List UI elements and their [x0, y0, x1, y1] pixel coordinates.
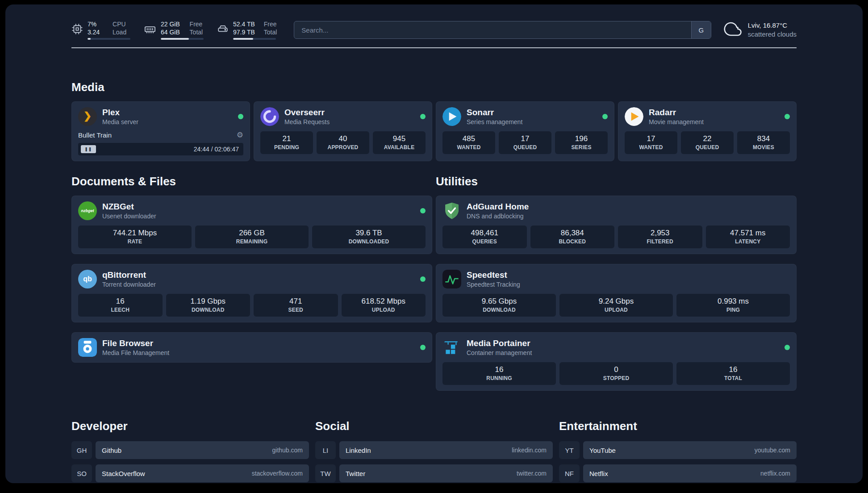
playback-time: 24:44 / 02:06:47	[194, 146, 239, 153]
memory-progress-track	[161, 38, 204, 40]
stat-ping: 0.993 ms PING	[676, 294, 790, 317]
service-card-nzbget[interactable]: nzbget NZBGet Usenet downloader 744.21 M…	[71, 196, 432, 254]
service-title: Radarr	[649, 108, 704, 117]
bookmark-name: Github	[102, 447, 121, 454]
section-heading-entertainment: Entertainment	[559, 419, 797, 433]
gear-icon[interactable]: ⚙	[237, 130, 243, 140]
bookmark-abbr: LI	[315, 441, 336, 459]
service-card-adguard[interactable]: AdGuard Home DNS and adblocking 498,461 …	[436, 196, 797, 254]
bookmark-url: youtube.com	[755, 447, 790, 454]
plex-icon: ❯	[78, 107, 97, 126]
memory-widget: 22 GiB Free 64 GiB Total	[144, 21, 204, 40]
search-input[interactable]	[294, 21, 711, 39]
stat-blocked: 86,384 BLOCKED	[530, 226, 615, 248]
filebrowser-icon	[78, 338, 97, 357]
stat-remaining: 266 GB REMAINING	[195, 226, 309, 248]
stat-upload: 9.24 Gbps UPLOAD	[559, 294, 673, 317]
bookmark-abbr: GH	[71, 441, 92, 459]
bookmark-url: netflix.com	[760, 470, 790, 477]
stat-approved: 40 APPROVED	[317, 131, 369, 154]
memory-total-label: Total	[190, 29, 204, 36]
memory-total-value: 64 GiB	[161, 29, 181, 36]
disk-free-label: Free	[264, 21, 277, 28]
status-dot	[420, 114, 426, 119]
pause-button[interactable]: ❚❚	[81, 145, 96, 153]
stat-wanted: 17 WANTED	[625, 131, 677, 154]
service-card-filebrowser[interactable]: File Browser Media File Management	[71, 332, 432, 363]
stat-downloaded: 39.6 TB DOWNLOADED	[312, 226, 426, 248]
service-title: Plex	[102, 108, 138, 117]
service-subtitle: Usenet downloader	[102, 213, 156, 220]
bookmark-name: StackOverflow	[102, 470, 145, 477]
disk-free-value: 52.4 TB	[233, 21, 255, 28]
header-divider	[71, 47, 797, 48]
bookmark-twitter[interactable]: TW Twitter twitter.com	[315, 464, 553, 482]
status-dot	[420, 208, 426, 213]
bookmark-stackoverflow[interactable]: SO StackOverflow stackoverflow.com	[71, 464, 309, 482]
memory-progress-fill	[161, 38, 189, 40]
sonarr-icon	[442, 107, 461, 126]
search-bar: G	[294, 21, 711, 39]
stat-pending: 21 PENDING	[260, 131, 313, 154]
status-dot	[420, 345, 426, 350]
status-dot	[420, 276, 426, 282]
service-card-speedtest[interactable]: Speedtest Speedtest Tracking 9.65 Gbps D…	[436, 264, 797, 322]
top-bar: 7% CPU 3.24 Load	[71, 4, 797, 40]
bookmark-abbr: YT	[559, 441, 580, 459]
cpu-widget: 7% CPU 3.24 Load	[71, 21, 130, 40]
stat-download: 9.65 Gbps DOWNLOAD	[442, 294, 556, 317]
service-title: Overseerr	[284, 108, 330, 117]
cpu-usage-value: 7%	[88, 21, 104, 28]
disk-total-label: Total	[264, 29, 277, 36]
disk-total-value: 97.9 TB	[233, 29, 255, 36]
cpu-load-label: Load	[113, 29, 130, 36]
service-card-portainer[interactable]: Media Portainer Container management 16 …	[436, 332, 797, 391]
section-documents: Documents & Files nzbget NZBGet Usenet d…	[71, 175, 432, 391]
service-card-radarr[interactable]: Radarr Movie management 17 WANTED 22 QUE…	[618, 101, 797, 161]
bookmark-name: Netflix	[589, 470, 608, 477]
status-dot	[785, 345, 790, 350]
stat-wanted: 485 WANTED	[442, 131, 495, 154]
media-seek-bar[interactable]: ❚❚ 24:44 / 02:06:47	[78, 143, 243, 155]
status-dot	[238, 114, 243, 119]
status-dot	[602, 114, 608, 119]
section-heading-developer: Developer	[71, 419, 309, 433]
service-subtitle: Movie management	[649, 118, 704, 125]
bookmark-url: linkedin.com	[512, 447, 547, 454]
service-card-sonarr[interactable]: Sonarr Series management 485 WANTED 17 Q…	[436, 101, 614, 161]
section-heading-documents: Documents & Files	[71, 175, 432, 188]
service-title: AdGuard Home	[467, 202, 529, 212]
cpu-usage-label: CPU	[113, 21, 130, 28]
stat-queued: 22 QUEUED	[681, 131, 734, 154]
memory-free-value: 22 GiB	[161, 21, 181, 28]
stat-running: 16 RUNNING	[442, 362, 556, 385]
overseerr-icon	[260, 107, 279, 126]
service-subtitle: DNS and adblocking	[467, 213, 529, 220]
stat-queries: 498,461 QUERIES	[442, 226, 527, 248]
stat-series: 196 SERIES	[555, 131, 608, 154]
bookmark-linkedin[interactable]: LI LinkedIn linkedin.com	[315, 441, 553, 459]
section-social: Social LI LinkedIn linkedin.com TW Twitt…	[315, 419, 553, 483]
stat-leech: 16 LEECH	[78, 294, 163, 317]
bookmark-name: YouTube	[589, 447, 616, 454]
weather-condition: scattered clouds	[748, 30, 797, 39]
disk-progress-fill	[233, 38, 253, 40]
memory-free-label: Free	[190, 21, 204, 28]
service-subtitle: Media server	[102, 118, 138, 125]
service-card-qbittorrent[interactable]: qb qBittorrent Torrent downloader 16 LEE…	[71, 264, 432, 322]
service-card-plex[interactable]: ❯ Plex Media server Bullet Train ⚙ ❚❚ 24…	[71, 101, 250, 161]
section-heading-utilities: Utilities	[436, 175, 797, 188]
radarr-icon	[625, 107, 643, 126]
bookmark-netflix[interactable]: NF Netflix netflix.com	[559, 464, 797, 482]
bookmark-github[interactable]: GH Github github.com	[71, 441, 309, 459]
stat-queued: 17 QUEUED	[499, 131, 551, 154]
portainer-icon	[442, 338, 461, 357]
section-heading-media: Media	[71, 80, 797, 94]
search-provider-button[interactable]: G	[691, 21, 711, 38]
stat-stopped: 0 STOPPED	[559, 362, 673, 385]
disk-icon	[217, 21, 229, 37]
bookmark-youtube[interactable]: YT YouTube youtube.com	[559, 441, 797, 459]
stat-download: 1.19 Gbps DOWNLOAD	[166, 294, 250, 317]
service-card-overseerr[interactable]: Overseerr Media Requests 21 PENDING 40 A…	[254, 101, 432, 161]
disk-progress-track	[233, 38, 276, 40]
